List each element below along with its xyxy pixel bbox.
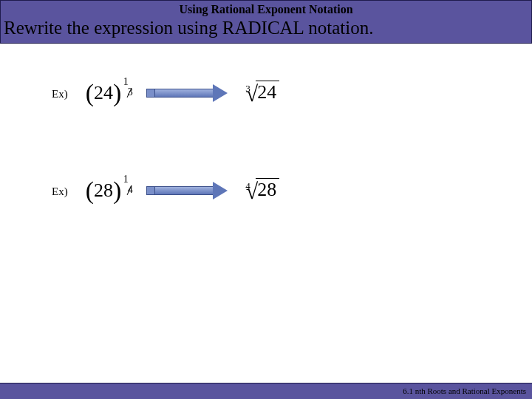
example-row: Ex) ( 24 ) 1 3 3 √ 24: [52, 79, 279, 107]
example-row: Ex) ( 28 ) 1 4 4 √ 28: [52, 177, 279, 205]
arrow-icon: [146, 184, 228, 197]
base-value: 28: [94, 180, 113, 202]
exp-numerator: 1: [123, 174, 129, 185]
radicand-value: 24: [256, 81, 279, 103]
close-paren: ): [113, 177, 121, 205]
slide-content: Ex) ( 24 ) 1 3 3 √ 24 Ex) ( 28 ) 1: [0, 44, 532, 354]
example-label: Ex): [52, 185, 68, 198]
exp-denominator: 3: [128, 87, 133, 98]
exponent-expression: ( 24 ) 1 3: [86, 79, 134, 107]
footer-text: 6.1 nth Roots and Rational Exponents: [0, 383, 532, 399]
radical-index: 4: [245, 180, 250, 192]
exp-numerator: 1: [123, 77, 129, 87]
open-paren: (: [86, 79, 94, 107]
open-paren: (: [86, 177, 94, 205]
arrow-icon: [146, 86, 228, 100]
slide-title: Using Rational Exponent Notation: [1, 1, 531, 18]
radical-expression: 3 √ 24: [241, 82, 279, 105]
slide-subtitle: Rewrite the expression using RADICAL not…: [1, 18, 531, 43]
example-label: Ex): [52, 88, 68, 100]
radical-index: 3: [245, 83, 250, 95]
fractional-exponent: 1 4: [123, 174, 133, 195]
base-value: 24: [94, 82, 113, 104]
exp-denominator: 4: [128, 185, 133, 195]
exponent-expression: ( 28 ) 1 4: [86, 177, 134, 205]
fractional-exponent: 1 3: [123, 77, 133, 98]
close-paren: ): [113, 79, 121, 107]
radical-expression: 4 √ 28: [241, 180, 279, 202]
header-band: Using Rational Exponent Notation Rewrite…: [0, 0, 532, 44]
radicand-value: 28: [256, 178, 279, 201]
